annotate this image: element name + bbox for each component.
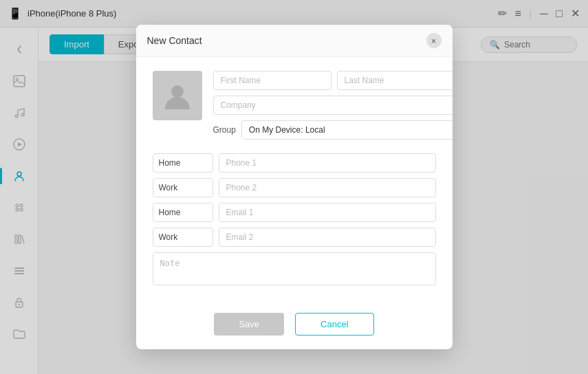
phone-row-1: Home Work Mobile [153,153,436,173]
save-button[interactable]: Save [214,313,284,336]
avatar [153,71,202,120]
group-input[interactable] [241,120,453,140]
phone-type-select-1[interactable]: Home Work Mobile [153,153,213,173]
email-row-1: Home Work [153,203,436,222]
email-2-input[interactable] [219,228,436,247]
modal-footer: Save Cancel [136,302,453,349]
modal-overlay: New Contact × [0,0,588,374]
cancel-button[interactable]: Cancel [295,313,373,336]
email-section: Home Work Home Work [153,203,436,247]
note-input[interactable] [153,252,436,285]
phone-type-select-2[interactable]: Home Work Mobile [153,178,213,197]
name-row [213,71,453,90]
modal-body: Group Home Work Mobile Hom [136,57,453,302]
email-type-select-1[interactable]: Home Work [153,203,213,222]
group-row: Group [213,120,453,140]
modal-header: New Contact × [136,25,453,57]
contact-fields: Group [213,71,453,140]
new-contact-modal: New Contact × [136,25,453,349]
email-1-input[interactable] [219,203,436,222]
phone-row-2: Home Work Mobile [153,178,436,197]
company-input[interactable] [213,96,453,115]
phone-2-input[interactable] [219,178,436,197]
last-name-input[interactable] [337,71,453,90]
email-row-2: Home Work [153,228,436,247]
group-label: Group [213,125,236,135]
contact-top: Group [153,71,436,140]
email-type-select-2[interactable]: Home Work [153,228,213,247]
modal-title: New Contact [147,35,202,46]
modal-close-button[interactable]: × [426,33,442,48]
phone-1-input[interactable] [219,153,436,173]
phone-section: Home Work Mobile Home Work Mobile [153,153,436,197]
first-name-input[interactable] [213,71,331,90]
svg-point-18 [171,85,184,98]
